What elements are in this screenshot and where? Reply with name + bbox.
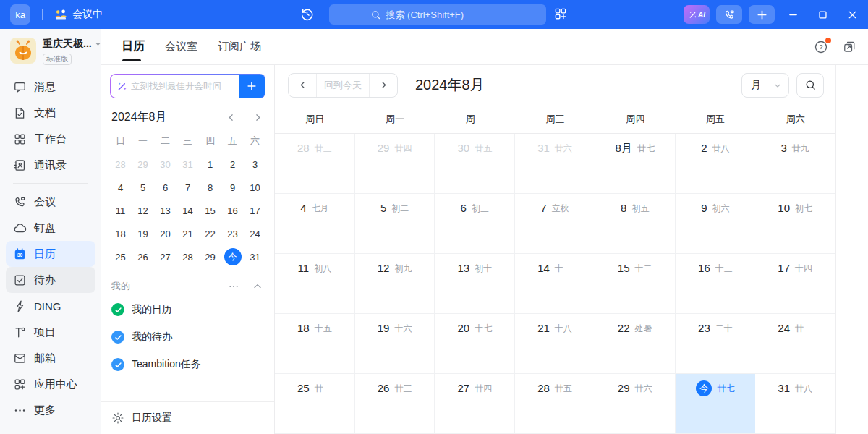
calendar-day-cell[interactable]: 28 廿三 <box>275 134 355 194</box>
nav-item[interactable]: DING <box>6 293 95 319</box>
ai-meeting-time-input[interactable] <box>131 81 239 91</box>
calendar-day-cell[interactable]: 17 十四 <box>755 254 835 314</box>
prev-month-icon[interactable] <box>226 113 236 122</box>
calendar-day-cell[interactable]: 25 廿二 <box>275 374 355 434</box>
nav-item[interactable]: 项目 <box>6 319 95 345</box>
mini-day-cell[interactable]: 11 <box>109 199 132 222</box>
mini-day-cell[interactable]: 9 <box>221 176 244 199</box>
mini-day-cell[interactable]: 27 <box>154 245 176 268</box>
calendar-day-cell[interactable]: 21 十八 <box>515 314 595 374</box>
search-input[interactable] <box>386 9 506 20</box>
mini-day-cell[interactable]: 31 <box>244 245 266 268</box>
mini-day-cell[interactable]: 18 <box>109 222 132 245</box>
meeting-status[interactable]: 会议中 <box>54 0 103 29</box>
calendar-day-cell[interactable]: 5 初二 <box>355 194 435 254</box>
create-button[interactable] <box>749 5 775 24</box>
nav-item[interactable]: 邮箱 <box>6 345 95 371</box>
calendar-day-cell[interactable]: 16 十三 <box>676 254 756 314</box>
back-to-today-button[interactable]: 回到今天 <box>316 74 370 97</box>
mini-day-cell[interactable]: 29 <box>132 153 154 176</box>
mini-day-cell[interactable]: 21 <box>176 222 199 245</box>
mini-day-cell[interactable]: 6 <box>154 176 176 199</box>
nav-item[interactable]: 应用中心 <box>6 371 95 397</box>
close-button[interactable] <box>841 0 864 29</box>
nav-item[interactable]: 工作台 <box>6 126 95 152</box>
tab[interactable]: 订阅广场 <box>218 29 261 65</box>
next-period-button[interactable] <box>370 74 397 97</box>
mini-day-cell[interactable]: 15 <box>199 199 221 222</box>
calendar-day-cell[interactable]: 11 初八 <box>275 254 355 314</box>
nav-item[interactable]: 更多 <box>6 397 95 423</box>
calendar-day-cell[interactable]: 22 处暑 <box>595 314 676 374</box>
next-month-icon[interactable] <box>253 113 263 122</box>
mini-day-cell[interactable]: 4 <box>109 176 132 199</box>
calendar-day-cell[interactable]: 26 廿三 <box>355 374 435 434</box>
mini-day-cell[interactable]: 29 <box>199 245 221 268</box>
check-circle-icon[interactable] <box>111 358 124 371</box>
calendar-day-cell[interactable]: 今 廿七 <box>676 374 756 434</box>
calendar-source-item[interactable]: 我的待办 <box>101 323 274 351</box>
app-launcher-icon[interactable] <box>553 7 568 21</box>
mini-day-cell[interactable]: 19 <box>132 222 154 245</box>
calendar-day-cell[interactable]: 23 二十 <box>676 314 756 374</box>
mini-day-cell[interactable]: 7 <box>176 176 199 199</box>
calendar-day-cell[interactable]: 14 十一 <box>515 254 595 314</box>
open-in-window-icon[interactable] <box>843 40 856 54</box>
collapse-icon[interactable] <box>252 281 263 292</box>
nav-item[interactable]: 文档 <box>6 100 95 126</box>
minimize-button[interactable] <box>781 0 804 29</box>
check-circle-icon[interactable] <box>111 303 124 316</box>
calendar-source-item[interactable]: 我的日历 <box>101 296 274 323</box>
calendar-day-cell[interactable]: 30 廿五 <box>435 134 515 194</box>
calendar-day-cell[interactable]: 18 十五 <box>275 314 355 374</box>
calendar-day-cell[interactable]: 4 七月 <box>275 194 355 254</box>
calendar-day-cell[interactable]: 31 廿八 <box>755 374 835 434</box>
prev-period-button[interactable] <box>289 74 316 97</box>
create-event-button[interactable] <box>239 75 265 98</box>
nav-item[interactable]: 通讯录 <box>6 152 95 178</box>
calendar-day-cell[interactable]: 29 廿四 <box>355 134 435 194</box>
workspace-switcher[interactable]: 重庆天极... 标准版 <box>0 29 101 68</box>
calendar-day-cell[interactable]: 27 廿四 <box>435 374 515 434</box>
check-circle-icon[interactable] <box>111 331 124 344</box>
calendar-day-cell[interactable]: 8月 廿七 <box>595 134 676 194</box>
calendar-day-cell[interactable]: 10 初七 <box>755 194 835 254</box>
calendar-day-cell[interactable]: 6 初三 <box>435 194 515 254</box>
global-search[interactable] <box>329 4 546 25</box>
mini-day-cell[interactable]: 14 <box>176 199 199 222</box>
calendar-day-cell[interactable]: 15 十二 <box>595 254 676 314</box>
calendar-day-cell[interactable]: 19 十六 <box>355 314 435 374</box>
calendar-day-cell[interactable]: 20 十七 <box>435 314 515 374</box>
view-mode-select[interactable]: 月 <box>741 73 789 98</box>
history-icon[interactable] <box>299 7 315 22</box>
nav-item[interactable]: 会议 <box>6 189 95 215</box>
mini-day-cell[interactable]: 5 <box>132 176 154 199</box>
mini-day-cell[interactable]: 28 <box>176 245 199 268</box>
mini-day-cell[interactable]: 25 <box>109 245 132 268</box>
mini-day-cell[interactable]: 8 <box>199 176 221 199</box>
help-button[interactable]: ? <box>814 40 828 54</box>
call-button[interactable] <box>716 5 742 24</box>
calendar-day-cell[interactable]: 13 初十 <box>435 254 515 314</box>
mini-day-cell[interactable]: 13 <box>154 199 176 222</box>
workspace-logo[interactable]: ka <box>10 4 30 25</box>
calendar-search-button[interactable] <box>796 73 824 98</box>
ai-assistant-button[interactable]: AI <box>684 5 710 24</box>
calendar-day-cell[interactable]: 24 廿一 <box>755 314 835 374</box>
calendar-day-cell[interactable]: 31 廿六 <box>515 134 595 194</box>
mini-day-cell[interactable]: 16 <box>221 199 244 222</box>
nav-item[interactable]: 待办 <box>6 267 95 293</box>
calendar-day-cell[interactable]: 8 初五 <box>595 194 676 254</box>
nav-item[interactable]: 30 日历 <box>6 241 95 267</box>
mini-day-cell[interactable]: 26 <box>132 245 154 268</box>
nav-item[interactable]: 钉盘 <box>6 215 95 241</box>
mini-day-cell[interactable]: 31 <box>176 153 199 176</box>
mini-day-cell[interactable]: 20 <box>154 222 176 245</box>
tab[interactable]: 日历 <box>122 29 145 65</box>
maximize-button[interactable] <box>811 0 834 29</box>
calendar-day-cell[interactable]: 2 廿八 <box>676 134 756 194</box>
ai-input-field[interactable] <box>111 75 239 98</box>
mini-day-cell[interactable]: 22 <box>199 222 221 245</box>
more-options-icon[interactable] <box>228 281 239 292</box>
mini-day-cell[interactable]: 23 <box>221 222 244 245</box>
